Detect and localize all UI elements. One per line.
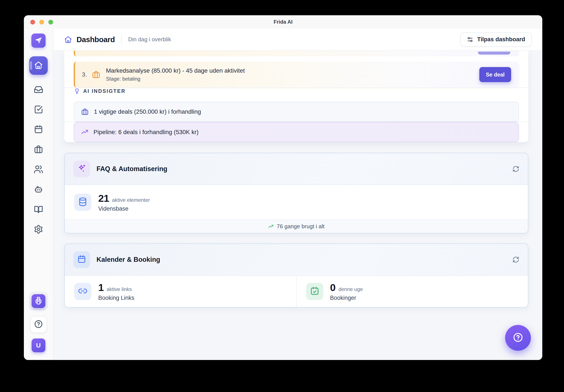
window-title: Frida AI [274,19,293,25]
knowledge-stat-unit: aktive elementer [112,197,150,203]
booking-links-value: 1 [98,281,104,293]
sidebar-item-tasks[interactable] [33,105,43,115]
sidebar-item-settings[interactable] [33,225,43,235]
check-square-icon [34,105,43,115]
sparkles-icon-tile [73,161,90,177]
sidebar-item-inbox[interactable] [33,85,43,95]
avatar-initial: U [36,342,41,349]
calendar-check-icon-tile [306,283,323,300]
organization-button-wrap [29,292,48,310]
sidebar-item-calendar[interactable] [33,125,43,135]
refresh-icon[interactable] [512,256,519,263]
users-icon [34,165,43,175]
faq-card-header: FAQ & Automatisering [65,153,528,185]
ai-insight-item: 1 vigtige deals (250.000 kr) i forhandli… [74,102,519,122]
inbox-icon [34,85,43,95]
active-indicator [30,61,32,70]
faq-automation-card: FAQ & Automatisering [64,153,528,233]
see-deal-button-partial [478,52,510,55]
question-circle-icon [512,332,524,344]
booking-card-title: Kalender & Booking [97,256,160,264]
titlebar: Frida AI [24,15,542,28]
calendar-icon [77,255,86,265]
bookings-name: Bookinger [330,295,363,301]
see-deal-button[interactable]: Se deal [479,67,511,82]
deal-row-partial [74,51,519,56]
link-icon-tile [74,283,91,300]
deal-row: 3. Markedsanalyse (85.000 kr) [74,62,519,87]
knowledge-stat-name: Vidensbase [98,205,150,212]
booking-links-name: Booking Links [98,295,134,301]
ai-insight-text: 1 vigtige deals (250.000 kr) i forhandli… [94,108,201,115]
briefcase-icon [81,108,89,116]
pipeline-text: Pipeline: 6 deals i forhandling (530K kr… [94,129,198,136]
faq-usage-text: 76 gange brugt i alt [277,223,324,230]
book-open-icon [34,205,43,215]
window-controls [30,20,53,25]
calendar-icon-tile [73,251,90,268]
sidebar-item-deals[interactable] [33,145,43,155]
customize-dashboard-label: Tilpas dashboard [477,36,525,43]
help-circle-icon [34,320,43,329]
dashboard-home-icon [64,35,72,44]
faq-card-footer: 76 gange brugt i alt [65,219,528,233]
page-title: Dashboard [77,35,115,44]
knowledge-stat-value: 21 [98,192,109,204]
user-avatar[interactable]: U [32,338,45,352]
calendar-check-icon [310,286,319,297]
faq-card-title: FAQ & Automatisering [97,165,168,173]
sidebar-item-dashboard[interactable] [29,56,48,75]
lightbulb-icon [74,88,80,94]
home-icon [34,61,43,70]
bookings-unit: denne uge [338,286,363,292]
bot-icon [34,185,43,195]
organization-button[interactable] [32,294,45,308]
help-fab-button[interactable] [505,325,531,351]
sidebar-item-contacts[interactable] [33,165,43,175]
link-icon [78,286,87,297]
page-header: Dashboard Din dag i overblik Til [53,28,542,51]
customize-dashboard-button[interactable]: Tilpas dashboard [460,32,532,47]
booking-links-stat: 1 aktive links Booking Links [65,276,296,307]
calendar-icon [34,125,43,135]
page-subtitle: Din dag i overblik [128,36,171,43]
minimize-window-button[interactable] [39,20,44,25]
briefcase-icon [34,145,43,155]
deal-title: Markedsanalyse (85.000 kr) - 45 dage ude… [106,67,245,74]
sidebar-help-button[interactable] [30,316,47,333]
ai-insights-header: AI INDSIGTER [74,88,519,94]
dashboard-scroll-area[interactable]: 3. Markedsanalyse (85.000 kr) [53,51,542,360]
app-window: Frida AI [24,15,542,360]
sidebar-item-knowledge[interactable] [33,205,43,215]
close-window-button[interactable] [30,20,35,25]
database-icon-tile [74,194,91,211]
booking-links-unit: aktive links [107,286,132,292]
app-logo [31,33,46,48]
zoom-window-button[interactable] [48,20,53,25]
sparkles-icon [77,164,86,174]
booking-card-header: Kalender & Booking [65,244,528,276]
database-icon [78,197,88,208]
briefcase-icon [92,70,100,79]
desktop-background: Frida AI [0,0,564,392]
sidebar-item-assistant[interactable] [33,185,43,195]
sliders-icon [467,36,473,43]
organization-icon [34,296,43,306]
refresh-icon[interactable] [512,166,519,172]
knowledge-stat-row: 21 aktive elementer Vidensbase [65,185,528,219]
header-divider [121,35,122,44]
bookings-value: 0 [330,281,336,293]
overview-card: 3. Markedsanalyse (85.000 kr) [64,51,528,142]
deal-stage: Stage: betaling [106,76,245,82]
calendar-booking-card: Kalender & Booking [64,243,528,308]
ai-insights-label: AI INDSIGTER [83,88,126,94]
sidebar: U [24,28,53,360]
send-icon [34,36,42,45]
gear-icon [34,224,43,235]
pipeline-summary: Pipeline: 6 deals i forhandling (530K kr… [74,122,519,142]
main-area: Dashboard Din dag i overblik Til [53,28,542,360]
trending-up-icon [81,128,88,136]
trending-up-icon [268,224,274,229]
bookings-stat: 0 denne uge Bookinger [297,276,528,307]
deal-number: 3. [82,71,92,78]
